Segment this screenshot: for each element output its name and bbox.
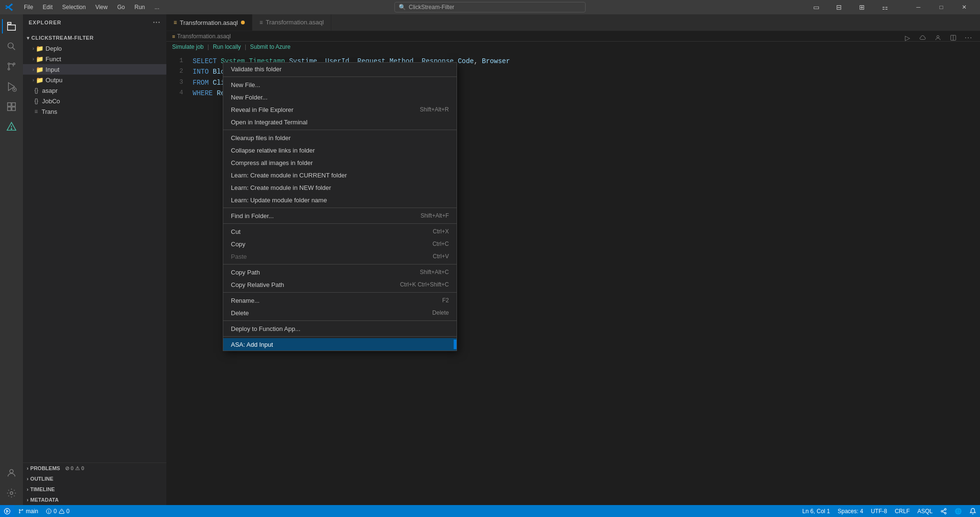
panel-label: OUTLINE <box>30 476 53 482</box>
live-share-icon[interactable] <box>936 505 951 517</box>
tree-item-funct[interactable]: › 📁 Funct <box>23 54 166 64</box>
tree-root-clickstream[interactable]: ▾ CLICKSTREAM-FILTER <box>23 33 166 43</box>
ctx-learn-update-folder[interactable]: Learn: Update module folder name <box>223 194 457 206</box>
maximize-button[interactable]: □ <box>930 0 952 14</box>
spell-check[interactable]: 🌐 <box>951 505 966 517</box>
source-control-activity-icon[interactable] <box>2 57 21 76</box>
tree-item-trans[interactable]: ≡ Trans <box>23 106 166 117</box>
layout-icon-1[interactable]: ▭ <box>805 0 827 14</box>
more-editor-icon[interactable]: ··· <box>962 31 975 44</box>
menu-selection[interactable]: Selection <box>57 0 90 14</box>
ctx-sep-5 <box>223 264 457 264</box>
ctx-deploy-function[interactable]: Deploy to Function App... <box>223 322 457 335</box>
outline-panel[interactable]: › OUTLINE <box>23 473 166 484</box>
ctx-copy-relative-path[interactable]: Copy Relative Path Ctrl+K Ctrl+Shift+C <box>223 278 457 291</box>
ctx-asa-add-input[interactable]: ASA: Add Input <box>223 338 457 351</box>
notifications-icon[interactable] <box>966 505 980 517</box>
problems-badge: ⊘ 0 ⚠ 0 <box>65 465 84 472</box>
language-mode[interactable]: ASQL <box>914 505 936 517</box>
settings-activity-icon[interactable] <box>2 484 21 503</box>
explorer-tree: ▾ CLICKSTREAM-FILTER › 📁 Deplo › 📁 Funct… <box>23 31 166 462</box>
tree-item-outpu[interactable]: › 📁 Outpu <box>23 75 166 85</box>
menu-run[interactable]: Run <box>130 0 150 14</box>
minimize-button[interactable]: ─ <box>907 0 929 14</box>
sidebar-more-button[interactable]: ··· <box>153 18 161 27</box>
editor-area: ≡ Transformation.asaql ≡ Transformation.… <box>166 14 980 505</box>
tree-item-asapr[interactable]: {} asapr <box>23 85 166 96</box>
context-menu: Validate this folder New File... New Fol… <box>223 62 457 351</box>
submit-azure-link[interactable]: Submit to Azure <box>250 44 291 50</box>
root-label: CLICKSTREAM-FILTER <box>32 35 94 41</box>
person-editor-icon[interactable] <box>931 31 945 44</box>
run-debug-activity-icon[interactable] <box>2 77 21 96</box>
menu-view[interactable]: View <box>90 0 112 14</box>
account-activity-icon[interactable] <box>2 463 21 483</box>
ctx-cleanup-files[interactable]: Cleanup files in folder <box>223 132 457 144</box>
layout-icon-2[interactable]: ⊟ <box>828 0 850 14</box>
search-activity-icon[interactable] <box>2 37 21 56</box>
editor-top-right-actions: ▷ ··· <box>901 31 975 44</box>
chevron-icon: › <box>27 476 28 482</box>
line-ending[interactable]: CRLF <box>891 505 914 517</box>
problems-panel[interactable]: › PROBLEMS ⊘ 0 ⚠ 0 <box>23 463 166 473</box>
app-logo <box>0 0 19 14</box>
ctx-find-in-folder[interactable]: Find in Folder... Shift+Alt+F <box>223 209 457 222</box>
svg-point-29 <box>945 508 947 510</box>
ctx-copy[interactable]: Copy Ctrl+C <box>223 238 457 250</box>
global-search-bar[interactable]: 🔍 ClickStream-Filter <box>394 2 586 12</box>
tree-item-jobco[interactable]: {} JobCo <box>23 96 166 106</box>
ctx-item-label: Open in Integrated Terminal <box>231 119 307 126</box>
status-bar: main 0 0 Ln 6, Col 1 Spaces: 4 UTF-8 <box>0 505 980 517</box>
cloud-editor-icon[interactable] <box>916 31 929 44</box>
ctx-delete[interactable]: Delete Delete <box>223 307 457 319</box>
extensions-activity-icon[interactable] <box>2 97 21 116</box>
metadata-panel[interactable]: › METADATA <box>23 495 166 505</box>
ctx-item-label: New Folder... <box>231 94 268 101</box>
menu-edit[interactable]: Edit <box>38 0 57 14</box>
ctx-learn-current-folder[interactable]: Learn: Create module in CURRENT folder <box>223 169 457 181</box>
ctx-shortcut: Ctrl+V <box>433 253 449 260</box>
branch-indicator[interactable]: main <box>14 505 42 517</box>
problems-indicator[interactable]: 0 0 <box>42 505 73 517</box>
ctx-paste[interactable]: Paste Ctrl+V <box>223 250 457 263</box>
simulate-job-link[interactable]: Simulate job <box>172 44 204 50</box>
ctx-copy-path[interactable]: Copy Path Shift+Alt+C <box>223 266 457 278</box>
tree-item-input[interactable]: › 📁 Input <box>23 64 166 75</box>
ctx-collapse-links[interactable]: Collapse relative links in folder <box>223 144 457 156</box>
explorer-activity-icon[interactable] <box>2 17 21 36</box>
menu-go[interactable]: Go <box>112 0 130 14</box>
tab-transformation-active[interactable]: ≡ Transformation.asaql <box>166 14 252 31</box>
timeline-panel[interactable]: › TIMELINE <box>23 484 166 495</box>
ctx-new-file[interactable]: New File... <box>223 78 457 91</box>
ctx-item-label: Learn: Create module in CURRENT folder <box>231 172 347 179</box>
ctx-item-label: Validate this folder <box>231 66 282 73</box>
run-editor-icon[interactable]: ▷ <box>901 31 914 44</box>
ctx-learn-new-folder[interactable]: Learn: Create module in NEW folder <box>223 181 457 194</box>
ctx-validate-folder[interactable]: Validate this folder <box>223 63 457 75</box>
asa-activity-icon[interactable] <box>2 117 21 136</box>
tab-label: Transformation.asaql <box>266 19 324 26</box>
layout-icon-3[interactable]: ⊞ <box>851 0 873 14</box>
ctx-cut[interactable]: Cut Ctrl+X <box>223 225 457 238</box>
menu-file[interactable]: File <box>19 0 38 14</box>
svg-line-1 <box>12 47 15 50</box>
indent-size[interactable]: Spaces: 4 <box>834 505 867 517</box>
panel-label: METADATA <box>30 497 58 503</box>
ctx-compress-images[interactable]: Compress all images in folder <box>223 156 457 169</box>
ctx-rename[interactable]: Rename... F2 <box>223 294 457 307</box>
tree-item-deplo[interactable]: › 📁 Deplo <box>23 43 166 54</box>
svg-point-17 <box>10 492 13 495</box>
tree-item-label: Input <box>45 66 59 73</box>
file-encoding[interactable]: UTF-8 <box>867 505 891 517</box>
ctx-open-terminal[interactable]: Open in Integrated Terminal <box>223 116 457 128</box>
tab-transformation-inactive[interactable]: ≡ Transformation.asaql <box>252 14 332 31</box>
layout-icon-4[interactable]: ⚏ <box>874 0 896 14</box>
ctx-new-folder[interactable]: New Folder... <box>223 91 457 103</box>
run-locally-link[interactable]: Run locally <box>213 44 241 50</box>
ctx-reveal-explorer[interactable]: Reveal in File Explorer Shift+Alt+R <box>223 103 457 116</box>
split-editor-icon[interactable] <box>947 31 960 44</box>
remote-indicator[interactable] <box>0 505 14 517</box>
menu-more[interactable]: ... <box>150 0 164 14</box>
close-button[interactable]: ✕ <box>953 0 975 14</box>
cursor-position[interactable]: Ln 6, Col 1 <box>798 505 834 517</box>
